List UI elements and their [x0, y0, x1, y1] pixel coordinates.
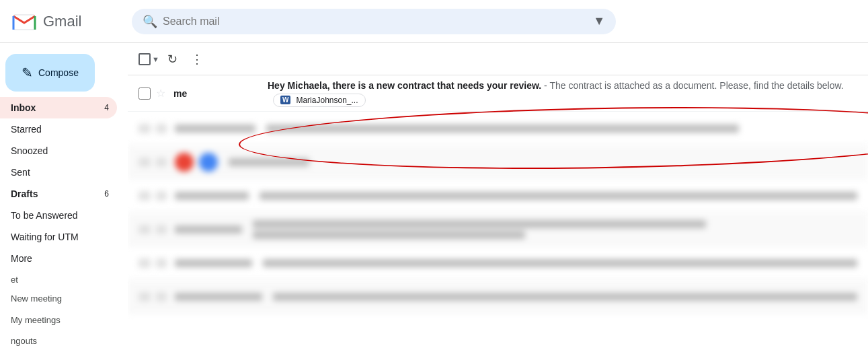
search-bar[interactable]: 🔍 ▼ — [132, 9, 616, 34]
logo-text: Gmail — [43, 13, 81, 30]
sidebar-item-waiting-for-utm[interactable]: Waiting for UTM — [0, 226, 117, 248]
logo: Gmail — [11, 8, 132, 35]
sidebar-item-inbox[interactable]: Inbox 4 — [0, 97, 117, 118]
sidebar-label-snoozed: Snoozed — [11, 145, 109, 156]
gmail-logo-icon — [11, 8, 38, 35]
table-row — [128, 179, 868, 213]
sidebar-item-starred[interactable]: Starred — [0, 118, 117, 140]
sidebar-badge-drafts: 6 — [104, 189, 109, 199]
table-row — [128, 213, 868, 246]
attachment-chip[interactable]: W MariaJohnson_... — [273, 94, 366, 107]
sidebar-label-inbox: Inbox — [11, 102, 96, 113]
email-attachment-line: W MariaJohnson_... — [268, 92, 846, 107]
sidebar-label-more: More — [11, 253, 109, 264]
sidebar-label-sent: Sent — [11, 167, 109, 178]
email-checkbox[interactable] — [139, 88, 151, 100]
email-preview: - The contract is attached as a document… — [541, 80, 844, 91]
sidebar-item-drafts[interactable]: Drafts 6 — [0, 183, 117, 205]
search-icon: 🔍 — [143, 14, 157, 29]
hangouts-section-title: ngouts — [0, 330, 128, 349]
star-icon[interactable]: ☆ — [156, 87, 165, 100]
email-subject: Hey Michaela, there is a new contract th… — [268, 80, 541, 91]
sidebar-label-starred: Starred — [11, 124, 109, 135]
sidebar-item-snoozed[interactable]: Snoozed — [0, 140, 117, 162]
sidebar-item-more[interactable]: More — [0, 248, 117, 269]
email-snippet-wrap: Hey Michaela, there is a new contract th… — [268, 80, 846, 107]
table-row — [128, 246, 868, 280]
compose-button[interactable]: ✎ Compose — [5, 54, 95, 92]
select-all-checkbox-wrap[interactable]: ▼ — [139, 53, 159, 65]
meet-section-title: et — [0, 269, 128, 287]
email-snippet-line: Hey Michaela, there is a new contract th… — [268, 80, 846, 91]
sidebar-item-to-be-answered[interactable]: To be Answered — [0, 205, 117, 226]
email-list: ☆ me Hey Michaela, there is a new contra… — [128, 75, 868, 350]
toolbar: ▼ ↻ ⋮ — [128, 43, 868, 75]
select-all-checkbox[interactable] — [139, 53, 151, 65]
sidebar-label-drafts: Drafts — [11, 188, 96, 199]
sidebar-item-new-meeting[interactable]: New meeting — [0, 287, 117, 309]
email-sender: me — [173, 88, 268, 99]
search-input[interactable] — [163, 15, 588, 28]
body: ✎ Compose Inbox 4 Starred Snoozed Sent D… — [0, 43, 868, 350]
app-container: Gmail 🔍 ▼ ✎ Compose Inbox 4 Starred Snoo… — [0, 0, 868, 350]
refresh-button[interactable]: ↻ — [162, 48, 184, 70]
sidebar-item-my-meetings[interactable]: My meetings — [0, 309, 117, 330]
sidebar-badge-inbox: 4 — [104, 103, 109, 112]
sidebar: ✎ Compose Inbox 4 Starred Snoozed Sent D… — [0, 43, 128, 350]
main-wrapper: ▼ ↻ ⋮ ☆ me Hey Michaela, there is a new … — [128, 43, 868, 350]
table-row[interactable]: ☆ me Hey Michaela, there is a new contra… — [128, 75, 868, 112]
sidebar-item-sent[interactable]: Sent — [0, 162, 117, 183]
more-options-button[interactable]: ⋮ — [186, 48, 208, 70]
compose-label: Compose — [38, 67, 79, 78]
search-dropdown-icon[interactable]: ▼ — [593, 14, 605, 28]
compose-icon: ✎ — [22, 65, 33, 81]
sidebar-label-waiting-for-utm: Waiting for UTM — [11, 232, 109, 242]
table-row — [128, 145, 868, 179]
header: Gmail 🔍 ▼ — [0, 0, 868, 43]
attachment-name: MariaJohnson_... — [296, 96, 358, 105]
select-all-dropdown-icon[interactable]: ▼ — [152, 55, 159, 63]
table-row — [128, 280, 868, 314]
table-row — [128, 112, 868, 145]
word-icon: W — [280, 96, 290, 104]
sidebar-label-to-be-answered: To be Answered — [11, 210, 109, 221]
